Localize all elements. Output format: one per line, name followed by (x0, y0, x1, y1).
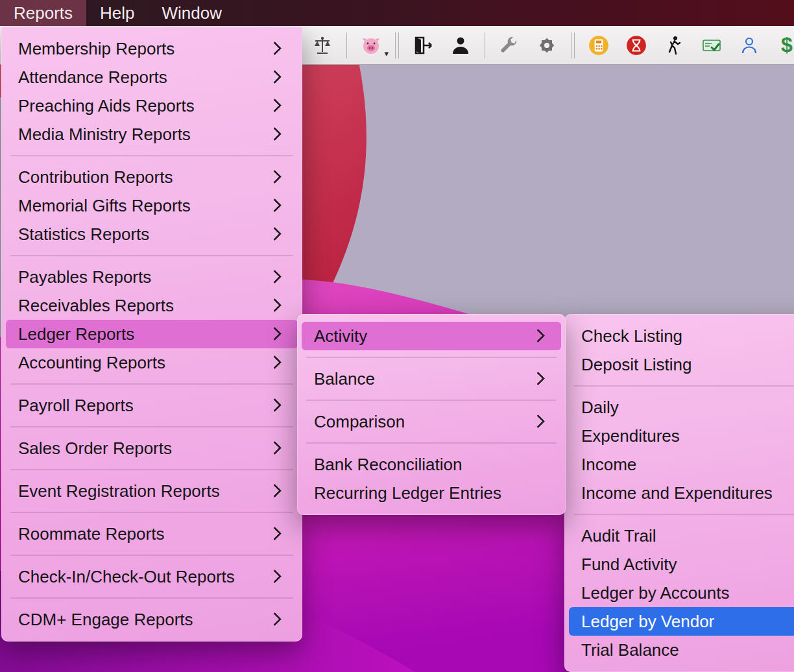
menu-item-bank-reconciliation[interactable]: Bank Reconciliation (302, 450, 561, 479)
submenu-chevron-icon (268, 527, 282, 540)
menu-item-event-registration-reports[interactable]: Event Registration Reports (6, 477, 298, 505)
menubar-item-reports[interactable]: Reports (0, 0, 86, 26)
menu-item-label: Ledger Reports (18, 324, 134, 344)
scales-toolbar-button[interactable] (307, 30, 337, 60)
menu-separator (10, 469, 293, 470)
dollar-icon: $ (781, 33, 793, 57)
menu-separator (573, 385, 794, 387)
menu-separator (573, 514, 794, 515)
person-outline-toolbar-button[interactable] (734, 30, 764, 60)
menu-item-label: Bank Reconciliation (314, 455, 462, 474)
submenu-chevron-icon (531, 329, 545, 342)
menu-item-ledger-reports[interactable]: Ledger Reports (6, 320, 298, 348)
menu-item-label: Expenditures (581, 426, 680, 446)
menu-item-ledger-by-vendor[interactable]: Ledger by Vendor (569, 607, 794, 636)
exit-door-toolbar-button[interactable] (408, 30, 438, 60)
menu-item-label: Income (581, 455, 636, 474)
submenu-chevron-icon (268, 127, 282, 141)
menu-item-income[interactable]: Income (569, 450, 794, 479)
menu-item-payables-reports[interactable]: Payables Reports (6, 263, 298, 291)
menu-item-media-ministry-reports[interactable]: Media Ministry Reports (6, 120, 298, 149)
menu-item-label: Preaching Aids Reports (18, 96, 195, 115)
menu-item-audit-trail[interactable]: Audit Trail (569, 522, 794, 550)
menu-separator (10, 426, 293, 427)
reports-dropdown-menu: Membership ReportsAttendance ReportsPrea… (1, 27, 302, 642)
menu-item-check-in-check-out-reports[interactable]: Check-In/Check-Out Reports (6, 562, 298, 591)
submenu-chevron-icon (268, 198, 282, 212)
menu-item-label: Comparison (314, 412, 405, 431)
menu-item-receivables-reports[interactable]: Receivables Reports (6, 291, 298, 320)
menu-separator (10, 155, 293, 156)
menu-item-ledger-by-accounts[interactable]: Ledger by Accounts (569, 579, 794, 607)
walking-person-toolbar-button[interactable] (659, 30, 689, 60)
menu-item-attendance-reports[interactable]: Attendance Reports (6, 63, 298, 91)
person-toolbar-button[interactable] (446, 30, 475, 60)
menu-item-membership-reports[interactable]: Membership Reports (6, 34, 298, 63)
menu-item-roommate-reports[interactable]: Roommate Reports (6, 520, 298, 548)
calculator-icon (588, 34, 610, 56)
menu-item-label: Trial Balance (581, 640, 679, 660)
menu-item-label: Statistics Reports (18, 224, 149, 244)
menu-item-recurring-ledger-entries[interactable]: Recurring Ledger Entries (302, 479, 561, 507)
menu-item-label: Check Listing (581, 326, 682, 346)
menu-item-accounting-reports[interactable]: Accounting Reports (6, 348, 298, 377)
menu-item-fund-activity[interactable]: Fund Activity (569, 550, 794, 579)
hourglass-toolbar-button[interactable] (621, 30, 651, 60)
menu-separator (306, 400, 557, 401)
menubar-item-help[interactable]: Help (86, 0, 148, 26)
walking-person-icon (664, 35, 684, 56)
wrench-icon (499, 35, 520, 56)
check-toolbar-button[interactable] (697, 30, 727, 60)
hourglass-icon (625, 34, 647, 56)
submenu-chevron-icon (268, 570, 282, 583)
calculator-toolbar-button[interactable] (584, 30, 614, 60)
menu-item-deposit-listing[interactable]: Deposit Listing (569, 350, 794, 379)
piggy-bank-icon (361, 35, 381, 56)
menu-item-daily[interactable]: Daily (569, 393, 794, 422)
submenu-chevron-icon (268, 298, 282, 312)
menubar-item-window[interactable]: Window (149, 0, 235, 26)
menu-item-label: Payroll Reports (18, 396, 134, 415)
submenu-chevron-icon (531, 372, 545, 385)
menu-separator (10, 255, 293, 256)
menu-item-trial-balance[interactable]: Trial Balance (569, 636, 794, 664)
dollar-toolbar-button[interactable]: $ (772, 30, 794, 60)
menu-item-statistics-reports[interactable]: Statistics Reports (6, 220, 298, 248)
menu-item-sales-order-reports[interactable]: Sales Order Reports (6, 434, 298, 462)
activity-submenu: Check ListingDeposit ListingDailyExpendi… (564, 314, 794, 672)
menu-item-label: Payables Reports (18, 267, 151, 287)
menu-item-label: Sales Order Reports (18, 438, 172, 458)
menu-separator (306, 357, 557, 358)
piggy-bank-toolbar-button[interactable]: ▾ (356, 30, 386, 60)
menu-item-preaching-aids-reports[interactable]: Preaching Aids Reports (6, 91, 298, 120)
submenu-chevron-icon (268, 612, 282, 626)
menu-item-label: Attendance Reports (18, 67, 167, 87)
menu-item-balance[interactable]: Balance (302, 365, 561, 393)
menu-item-label: Recurring Ledger Entries (314, 483, 501, 503)
menu-item-contribution-reports[interactable]: Contribution Reports (6, 163, 298, 191)
menu-item-memorial-gifts-reports[interactable]: Memorial Gifts Reports (6, 191, 298, 220)
menu-item-income-and-expenditures[interactable]: Income and Expenditures (569, 479, 794, 507)
menu-item-expenditures[interactable]: Expenditures (569, 422, 794, 450)
menubar: ReportsHelpWindow (0, 0, 794, 26)
submenu-chevron-icon (268, 227, 282, 241)
menu-item-label: Contribution Reports (18, 167, 173, 187)
submenu-chevron-icon (268, 70, 282, 84)
menu-separator (10, 383, 293, 385)
menu-item-activity[interactable]: Activity (302, 322, 561, 350)
menu-separator (306, 442, 557, 444)
menu-item-payroll-reports[interactable]: Payroll Reports (6, 391, 298, 420)
person-outline-icon (739, 35, 760, 56)
wrench-toolbar-button[interactable] (494, 30, 524, 60)
gear-toolbar-button[interactable] (532, 30, 562, 60)
menu-item-check-listing[interactable]: Check Listing (569, 322, 794, 350)
menu-item-label: Fund Activity (581, 555, 677, 574)
submenu-chevron-icon (268, 398, 282, 412)
menu-item-comparison[interactable]: Comparison (302, 407, 561, 436)
menu-item-label: Memorial Gifts Reports (18, 196, 191, 215)
menu-item-label: Roommate Reports (18, 524, 164, 544)
menu-separator (10, 555, 293, 556)
menu-item-cdm-engage-reports[interactable]: CDM+ Engage Reports (6, 605, 298, 634)
ledger-reports-submenu: ActivityBalanceComparisonBank Reconcilia… (297, 314, 566, 515)
menu-separator (10, 597, 293, 599)
